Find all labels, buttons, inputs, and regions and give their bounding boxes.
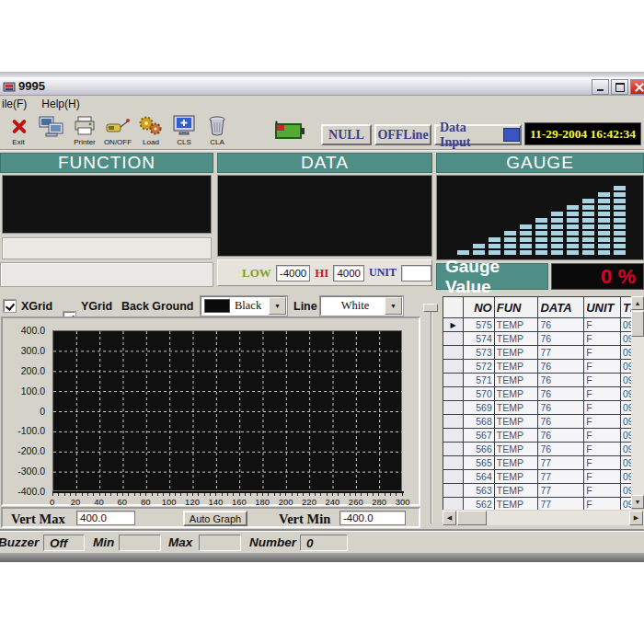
table-row[interactable]: 574TEMP76F09: [443, 332, 631, 346]
scroll-left-button[interactable]: ◀: [443, 511, 456, 525]
vert-row: Vert Max 400.0 Auto Graph Vert Min -400.…: [1, 507, 420, 528]
column-header-unit[interactable]: UNIT: [584, 297, 621, 318]
gauge-bar: [598, 190, 610, 255]
exit-button[interactable]: Exit: [2, 114, 35, 149]
hscroll-thumb[interactable]: [457, 511, 487, 525]
table-row[interactable]: 565TEMP77F09: [443, 456, 631, 470]
vscroll-thumb[interactable]: [631, 311, 644, 337]
gauge-bar-segment: [535, 237, 547, 242]
plot-grid: [53, 331, 401, 490]
table-row[interactable]: 571TEMP76F09: [443, 374, 631, 387]
gauge-bar-segment: [551, 231, 563, 236]
load-button[interactable]: Load: [134, 114, 167, 149]
table-vscrollbar[interactable]: ▲ ▼: [631, 296, 644, 509]
xgrid-checkbox[interactable]: [4, 300, 16, 312]
records-table[interactable]: NOFUNDATAUNITTI▶575TEMP76F09574TEMP76F09…: [443, 296, 631, 510]
table-cell: 567: [464, 429, 495, 443]
gauge-bar-segment: [520, 231, 532, 236]
close-button[interactable]: [630, 79, 644, 95]
scroll-right-button[interactable]: ▶: [629, 511, 643, 525]
x-tick-label: 80: [134, 497, 157, 507]
null-button[interactable]: NULL: [321, 124, 372, 145]
gauge-bar: [535, 216, 547, 255]
gauge-bar-segment: [598, 205, 610, 210]
table-cell: 76: [538, 429, 584, 443]
background-label: Back Ground: [121, 300, 194, 313]
table-row[interactable]: ▶575TEMP76F09: [443, 318, 631, 332]
titlebar[interactable]: 9995: [0, 77, 644, 96]
function-subpanel-1: [2, 237, 212, 259]
low-input[interactable]: -4000: [276, 265, 310, 282]
table-row[interactable]: 569TEMP76F09: [443, 401, 631, 415]
maximize-button[interactable]: [611, 79, 628, 95]
column-header-ti[interactable]: TI: [621, 297, 631, 318]
table-row[interactable]: 572TEMP76F09: [443, 360, 631, 374]
current-row-arrow-icon: ▶: [443, 318, 464, 332]
table-row[interactable]: 563TEMP77F09: [443, 484, 631, 498]
trash-icon: [206, 115, 228, 137]
unit-input[interactable]: [401, 265, 431, 282]
scroll-up-button[interactable]: ▲: [631, 296, 644, 310]
vert-max-value: 400.0: [80, 512, 107, 523]
function-display: [2, 175, 212, 234]
menu-file[interactable]: ile(F): [2, 98, 27, 110]
row-selector: [443, 470, 464, 484]
background-value: Black: [230, 299, 261, 313]
x-tick-label: 100: [157, 497, 180, 507]
gauge-bar-segment: [582, 199, 594, 203]
auto-graph-button[interactable]: Auto Graph: [183, 511, 247, 526]
table-row[interactable]: 573TEMP77F09: [443, 346, 631, 360]
gauge-bar-segment: [551, 244, 563, 248]
table-header-row: NOFUNDATAUNITTI: [443, 297, 631, 318]
table-hscrollbar[interactable]: ◀ ▶: [443, 511, 644, 525]
gauge-bar-segment: [567, 237, 579, 242]
offline-button[interactable]: OFFLine: [374, 124, 431, 145]
table-row[interactable]: 566TEMP76F09: [443, 443, 631, 456]
connect-button[interactable]: [35, 114, 68, 149]
gauge-bar-segment: [535, 224, 547, 229]
cla-button[interactable]: CLA: [201, 114, 234, 149]
scroll-down-button[interactable]: ▼: [631, 495, 644, 509]
chevron-down-icon[interactable]: ▼: [385, 297, 402, 315]
hi-value: 4000: [337, 268, 361, 279]
column-header-data[interactable]: DATA: [538, 297, 584, 318]
gauge-bar-segment: [504, 231, 516, 236]
vert-max-input[interactable]: 400.0: [76, 511, 135, 525]
column-header-fun[interactable]: FUN: [495, 297, 539, 318]
table-cell: F: [584, 332, 621, 346]
column-header-no[interactable]: NO: [464, 297, 495, 318]
minimize-button[interactable]: [592, 79, 609, 95]
table-cell: F: [584, 443, 621, 456]
table-cell: 09: [621, 429, 631, 443]
menu-help[interactable]: Help(H): [41, 98, 79, 110]
line-select[interactable]: White ▼: [320, 296, 403, 316]
data-input-indicator[interactable]: Data Input: [434, 124, 522, 145]
hi-input[interactable]: 4000: [333, 265, 364, 282]
onoff-button[interactable]: ON/OFF: [101, 114, 134, 149]
table-row[interactable]: 567TEMP76F09: [443, 429, 631, 443]
table-row[interactable]: 570TEMP76F09: [443, 387, 631, 401]
row-selector: [443, 443, 464, 456]
gauge-bar-segment: [551, 218, 563, 223]
gauge-bar-segment: [535, 244, 547, 248]
gauge-bar-segment: [567, 212, 579, 216]
cls-button[interactable]: CLS: [167, 114, 201, 149]
chevron-down-icon[interactable]: ▼: [269, 297, 286, 315]
table-cell: 76: [538, 332, 584, 346]
gauge-bar-segment: [614, 205, 626, 210]
background-select[interactable]: Black ▼: [201, 296, 287, 316]
table-cell: 09: [621, 470, 631, 484]
table-row[interactable]: 562TEMP77F09: [443, 498, 631, 510]
gauge-bar-segment: [520, 224, 532, 229]
app-icon: [3, 80, 16, 93]
gauge-bar-segment: [504, 250, 516, 255]
printer-button[interactable]: Printer: [68, 114, 101, 149]
printer-icon: [73, 116, 97, 136]
table-row[interactable]: 564TEMP77F09: [443, 470, 631, 484]
max-label: Max: [168, 535, 192, 549]
splitter-handle[interactable]: [423, 304, 438, 312]
table-cell: F: [584, 484, 621, 498]
table-row[interactable]: 568TEMP76F09: [443, 415, 631, 429]
vert-min-input[interactable]: -400.0: [339, 511, 406, 525]
gauge-value: 0 %: [601, 265, 636, 289]
